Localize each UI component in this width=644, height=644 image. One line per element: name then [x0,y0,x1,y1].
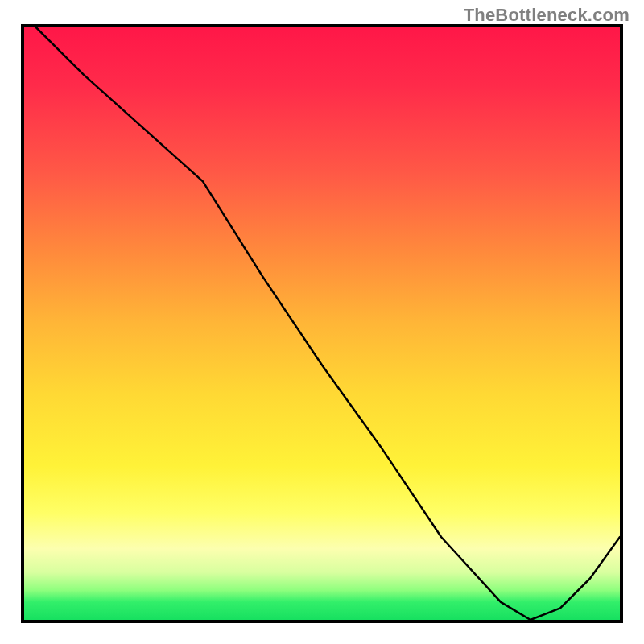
chart-stage: TheBottleneck.com [0,0,644,644]
plot-area [21,24,623,623]
watermark-text: TheBottleneck.com [464,5,630,26]
background-gradient [24,27,620,620]
